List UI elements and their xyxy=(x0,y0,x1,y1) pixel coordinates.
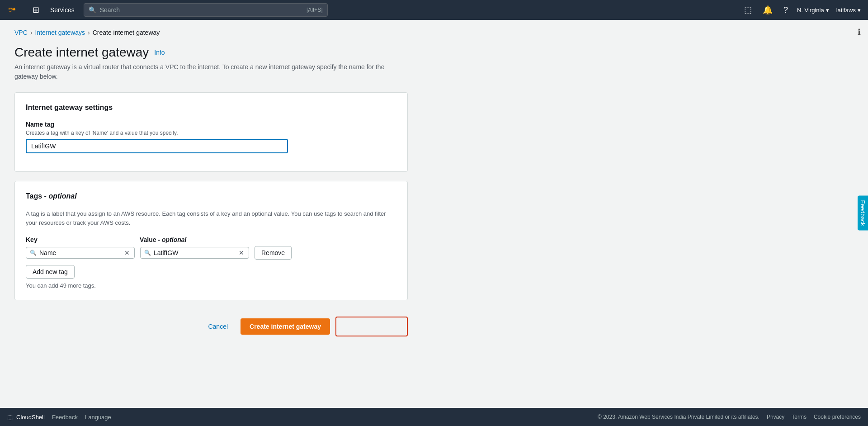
search-bar[interactable]: 🔍 [Alt+S] xyxy=(84,3,328,17)
top-navigation: aws ⊞ Services 🔍 [Alt+S] ⬚ 🔔 ? N. Virgin… xyxy=(0,0,868,20)
tag-value-wrapper: 🔍 ✕ xyxy=(140,247,249,259)
cookie-preferences-link[interactable]: Cookie preferences xyxy=(814,414,861,420)
name-tag-hint: Creates a tag with a key of 'Name' and a… xyxy=(26,130,396,136)
nav-right: ⬚ 🔔 ? N. Virginia ▾ latifaws ▾ xyxy=(742,3,861,17)
name-tag-input[interactable] xyxy=(26,139,288,153)
tag-key-input[interactable] xyxy=(39,249,121,256)
search-icon: 🔍 xyxy=(89,6,96,14)
breadcrumb-sep-1: › xyxy=(30,29,33,36)
key-column-label: Key xyxy=(26,236,38,243)
settings-card-title: Internet gateway settings xyxy=(26,104,396,112)
tag-key-clear-button[interactable]: ✕ xyxy=(123,249,131,256)
add-new-tag-button[interactable]: Add new tag xyxy=(26,265,75,279)
tags-card: Tags - optional A tag is a label that yo… xyxy=(14,181,408,300)
language-button[interactable]: Language xyxy=(85,414,111,421)
services-button[interactable]: Services xyxy=(47,5,78,15)
tag-value-input[interactable] xyxy=(154,249,235,256)
tags-description: A tag is a label that you assign to an A… xyxy=(26,209,396,227)
cloudshell-icon-button[interactable]: ⬚ xyxy=(742,3,754,17)
tags-card-title: Tags - optional xyxy=(26,192,396,200)
copyright-text: © 2023, Amazon Web Services India Privat… xyxy=(598,414,760,420)
tags-header: Key Value - optional xyxy=(26,236,396,243)
svg-text:aws: aws xyxy=(9,6,16,10)
name-tag-field: Name tag Creates a tag with a key of 'Na… xyxy=(26,121,396,153)
empty-outline-box xyxy=(335,317,408,336)
tags-more-info: You can add 49 more tags. xyxy=(26,282,396,289)
main-content: VPC › Internet gateways › Create interne… xyxy=(0,20,542,371)
breadcrumb-current: Create internet gateway xyxy=(93,29,160,36)
search-shortcut: [Alt+S] xyxy=(307,7,323,13)
cloudshell-icon: ⬚ xyxy=(7,414,13,421)
create-internet-gateway-button[interactable]: Create internet gateway xyxy=(241,318,330,335)
feedback-button[interactable]: Feedback xyxy=(52,414,78,421)
page-description: An internet gateway is a virtual router … xyxy=(14,62,403,81)
add-tag-area: Add new tag You can add 49 more tags. xyxy=(26,265,396,289)
bottom-bar-left: ⬚ CloudShell Feedback Language xyxy=(7,414,111,421)
value-column-label: Value - optional xyxy=(140,236,186,243)
breadcrumb: VPC › Internet gateways › Create interne… xyxy=(14,29,528,36)
terms-link[interactable]: Terms xyxy=(792,414,807,420)
tag-row: 🔍 ✕ 🔍 ✕ Remove xyxy=(26,246,396,260)
notifications-icon-button[interactable]: 🔔 xyxy=(761,3,774,17)
breadcrumb-sep-2: › xyxy=(88,29,90,36)
page-title: Create internet gateway Info xyxy=(14,45,528,60)
help-icon-button[interactable]: ? xyxy=(782,4,790,17)
bottom-bar: ⬚ CloudShell Feedback Language © 2023, A… xyxy=(0,408,868,426)
info-side-icon[interactable]: ℹ xyxy=(858,27,861,37)
privacy-link[interactable]: Privacy xyxy=(767,414,784,420)
breadcrumb-internet-gateways[interactable]: Internet gateways xyxy=(35,29,85,36)
name-tag-label: Name tag xyxy=(26,121,396,128)
aws-logo[interactable]: aws xyxy=(7,4,25,16)
tag-key-wrapper: 🔍 ✕ xyxy=(26,247,135,259)
search-input[interactable] xyxy=(100,6,303,14)
remove-tag-button[interactable]: Remove xyxy=(255,246,292,260)
region-selector[interactable]: N. Virginia ▾ xyxy=(797,7,829,14)
tag-value-search-icon: 🔍 xyxy=(144,250,151,256)
tag-value-clear-button[interactable]: ✕ xyxy=(238,249,245,256)
grid-icon[interactable]: ⊞ xyxy=(31,3,41,17)
settings-card: Internet gateway settings Name tag Creat… xyxy=(14,92,408,172)
cancel-button[interactable]: Cancel xyxy=(201,319,235,334)
side-feedback-tab[interactable]: Feedback xyxy=(858,195,868,230)
bottom-right: © 2023, Amazon Web Services India Privat… xyxy=(598,414,861,420)
tag-key-search-icon: 🔍 xyxy=(30,250,37,256)
breadcrumb-vpc[interactable]: VPC xyxy=(14,29,28,36)
user-menu[interactable]: latifaws ▾ xyxy=(836,7,861,14)
cloudshell-button[interactable]: ⬚ CloudShell xyxy=(7,414,45,421)
action-row: Cancel Create internet gateway xyxy=(14,309,408,344)
info-link[interactable]: Info xyxy=(154,49,165,56)
